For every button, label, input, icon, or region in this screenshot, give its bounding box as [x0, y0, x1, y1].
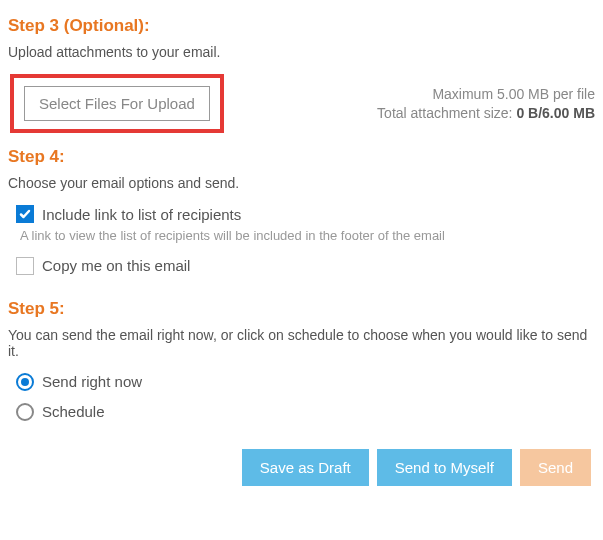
step5-options: Send right now Schedule: [8, 373, 595, 421]
include-link-label: Include link to list of recipients: [42, 206, 241, 223]
select-files-button[interactable]: Select Files For Upload: [24, 86, 210, 121]
schedule-option[interactable]: Schedule: [16, 403, 595, 421]
step5-desc: You can send the email right now, or cli…: [8, 327, 595, 359]
step4-heading: Step 4:: [8, 147, 595, 167]
action-buttons: Save as Draft Send to Myself Send: [8, 449, 595, 486]
send-now-label: Send right now: [42, 373, 142, 390]
include-link-hint: A link to view the list of recipients wi…: [20, 227, 480, 245]
copy-me-label: Copy me on this email: [42, 257, 190, 274]
step3-heading: Step 3 (Optional):: [8, 16, 595, 36]
upload-row: Select Files For Upload Maximum 5.00 MB …: [8, 74, 595, 133]
send-now-radio[interactable]: [16, 373, 34, 391]
step5-heading: Step 5:: [8, 299, 595, 319]
send-to-myself-button[interactable]: Send to Myself: [377, 449, 512, 486]
save-draft-button[interactable]: Save as Draft: [242, 449, 369, 486]
upload-highlight: Select Files For Upload: [10, 74, 224, 133]
schedule-radio[interactable]: [16, 403, 34, 421]
total-prefix: Total attachment size:: [377, 105, 516, 121]
step3-desc: Upload attachments to your email.: [8, 44, 595, 60]
step4-desc: Choose your email options and send.: [8, 175, 595, 191]
schedule-label: Schedule: [42, 403, 105, 420]
send-now-option[interactable]: Send right now: [16, 373, 595, 391]
upload-limits: Maximum 5.00 MB per file Total attachmen…: [377, 85, 595, 123]
send-button[interactable]: Send: [520, 449, 591, 486]
total-attachment-size: Total attachment size: 0 B/6.00 MB: [377, 104, 595, 123]
total-value: 0 B/6.00 MB: [516, 105, 595, 121]
copy-me-option[interactable]: Copy me on this email: [16, 257, 595, 275]
step4-options: Include link to list of recipients A lin…: [8, 205, 595, 275]
max-per-file: Maximum 5.00 MB per file: [377, 85, 595, 104]
copy-me-checkbox[interactable]: [16, 257, 34, 275]
include-link-checkbox[interactable]: [16, 205, 34, 223]
include-link-option[interactable]: Include link to list of recipients: [16, 205, 595, 223]
